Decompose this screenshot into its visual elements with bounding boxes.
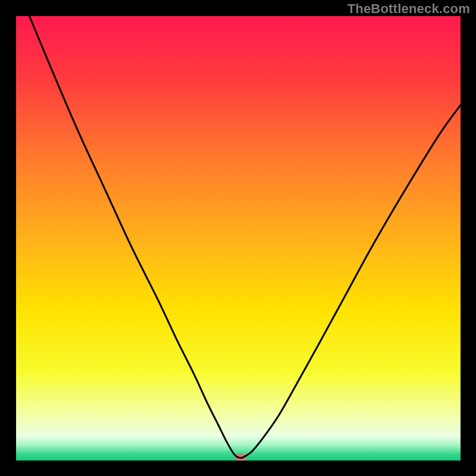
gradient-background <box>16 16 461 461</box>
watermark-text: TheBottleneck.com <box>347 1 470 17</box>
bottleneck-chart <box>0 0 476 476</box>
chart-frame: TheBottleneck.com <box>0 0 476 476</box>
